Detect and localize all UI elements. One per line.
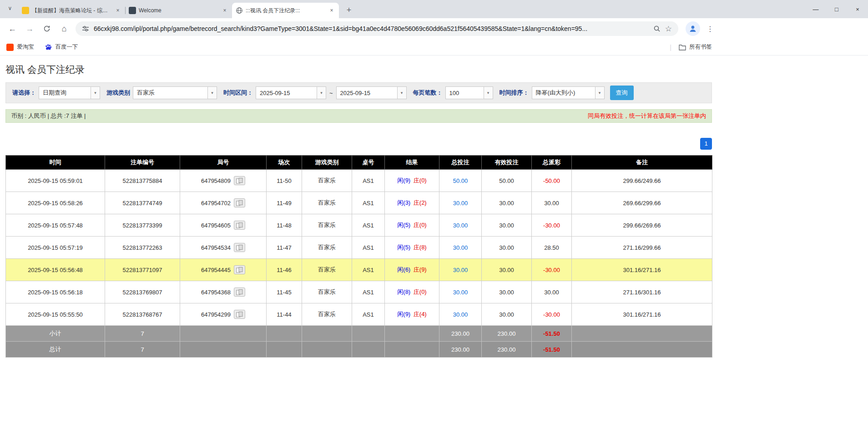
tab-close-icon[interactable]: × [114,7,121,14]
tab-close-icon[interactable]: × [221,7,228,14]
cell-valid-bet: 30.00 [482,281,532,303]
cell-result: 闲(9) 庄(0) [385,170,439,192]
all-bookmarks-button[interactable]: 所有书签 [679,43,712,51]
date-to-value: 2025-09-15 [337,90,397,96]
sort-select[interactable]: 降幂(由大到小) ▾ [532,86,605,99]
bookmark-baidu[interactable]: 百度一下 [45,43,78,51]
maximize-button[interactable]: □ [826,0,847,18]
cell-result: 闲(9) 庄(4) [385,303,439,326]
select-arrow-icon: ▾ [397,87,406,99]
cell-table: AS1 [352,281,385,303]
cell-payout: 30.00 [532,192,572,214]
taobao-icon [6,44,14,51]
browser-toolbar: ← → ⌂ 66cxkj98.com/ipl/portal.php/game/b… [0,18,868,39]
page-size-value: 100 [446,90,484,96]
result-player: 闲(9) [397,311,410,318]
cell-table: AS1 [352,303,385,326]
col-table: 桌号 [352,156,385,170]
zoom-icon[interactable] [653,25,661,32]
replay-button[interactable] [234,265,245,274]
tab-haiyan-forum[interactable]: 【新提醒】海燕策略论坛 - 综合... × [18,3,125,18]
refresh-button[interactable] [39,21,55,36]
query-type-label: 请选择： [12,89,36,97]
profile-avatar[interactable] [686,21,700,36]
subtotal-row: 小计 7 230.00 230.00 -51.50 [6,326,712,342]
home-button[interactable]: ⌂ [56,21,72,36]
cell-session: 11-45 [267,281,302,303]
replay-button[interactable] [234,176,245,185]
all-bookmarks-label: 所有书签 [689,43,712,51]
bookmark-taobao[interactable]: 爱淘宝 [6,43,34,51]
replay-button[interactable] [234,221,245,230]
result-player: 闲(3) [397,199,410,206]
total-valid-bet: 230.00 [482,342,532,358]
cell-payout: -30.00 [532,214,572,237]
window-controls: — □ × [805,0,868,18]
query-type-select[interactable]: 日期查询 ▾ [39,86,100,99]
page-size-select[interactable]: 100 ▾ [445,86,493,99]
tab-title: 【新提醒】海燕策略论坛 - 综合... [32,7,111,15]
forum-favicon-icon [22,7,29,14]
tab-betrecord[interactable]: :::视讯 会员下注纪录::: × [232,3,339,18]
site-info-icon[interactable] [82,25,89,32]
total-row: 总计 7 230.00 230.00 -51.50 [6,342,712,358]
browser-menu-button[interactable]: ⋮ [704,22,717,35]
browser-window: ∨ 【新提醒】海燕策略论坛 - 综合... × Welcome × :::视讯 … [0,0,868,429]
game-type-select[interactable]: 百家乐 ▾ [133,86,217,99]
tab-strip: ∨ 【新提醒】海燕策略论坛 - 综合... × Welcome × :::视讯 … [0,0,868,18]
page-1-button[interactable]: 1 [700,138,712,150]
cell-result: 闲(8) 庄(0) [385,281,439,303]
cell-payout: 30.00 [532,281,572,303]
cell-game: 百家乐 [302,192,352,214]
cell-note: 299.66/269.66 [572,214,712,237]
col-valid-bet: 有效投注 [482,156,532,170]
summary-notice: 同局有效投注，统一计算在该局第一张注单内 [588,112,706,120]
cell-time: 2025-09-15 05:56:18 [6,281,105,303]
cell-time: 2025-09-15 05:56:48 [6,259,105,281]
result-player: 闲(9) [397,177,410,184]
cell-round: 647954368 [180,281,267,303]
divider: | [670,44,671,51]
subtotal-valid-bet: 230.00 [482,326,532,342]
window-close-button[interactable]: × [847,0,868,18]
cell-payout: -30.00 [532,259,572,281]
cell-total-bet: 30.00 [439,259,482,281]
date-to-select[interactable]: 2025-09-15 ▾ [336,86,407,99]
total-bet-link[interactable]: 50.00 [453,177,468,184]
tab-close-icon[interactable]: × [328,7,335,14]
forward-button[interactable]: → [22,21,37,36]
new-tab-button[interactable]: + [343,4,355,16]
tab-search-button[interactable]: ∨ [4,2,16,15]
round-number: 647954605 [201,222,231,229]
col-payout: 总派彩 [532,156,572,170]
sort-label: 时间排序： [500,89,529,97]
filter-bar: 请选择： 日期查询 ▾ 游戏类别 百家乐 ▾ 时间区间： 2025-09-15 … [5,82,712,103]
col-total-bet: 总投注 [439,156,482,170]
plus-icon: + [347,5,352,15]
bookmark-star-icon[interactable]: ☆ [665,24,672,34]
cell-game: 百家乐 [302,259,352,281]
minimize-button[interactable]: — [805,0,826,18]
total-bet-link[interactable]: 30.00 [453,267,468,273]
replay-button[interactable] [234,288,245,297]
cell-session: 11-46 [267,259,302,281]
replay-button[interactable] [234,198,245,207]
total-bet-link[interactable]: 30.00 [453,200,468,207]
page-size-label: 每页笔数： [413,89,443,97]
total-bet-link[interactable]: 30.00 [453,244,468,251]
date-from-select[interactable]: 2025-09-15 ▾ [256,86,326,99]
back-button[interactable]: ← [5,21,20,36]
address-bar[interactable]: 66cxkj98.com/ipl/portal.php/game/betreco… [76,21,678,36]
cell-total-bet: 30.00 [439,281,482,303]
total-bet-link[interactable]: 30.00 [453,222,468,229]
bet-row: 2025-09-15 05:55:50 522813768767 6479542… [6,303,712,326]
total-bet-link[interactable]: 30.00 [453,289,468,296]
tab-welcome[interactable]: Welcome × [125,3,232,18]
replay-button[interactable] [234,243,245,252]
cell-result: 闲(3) 庄(2) [385,192,439,214]
cell-session: 11-48 [267,214,302,237]
subtotal-count: 7 [105,326,180,342]
total-bet-link[interactable]: 30.00 [453,311,468,318]
replay-button[interactable] [234,310,245,319]
search-button[interactable]: 查询 [610,86,634,100]
